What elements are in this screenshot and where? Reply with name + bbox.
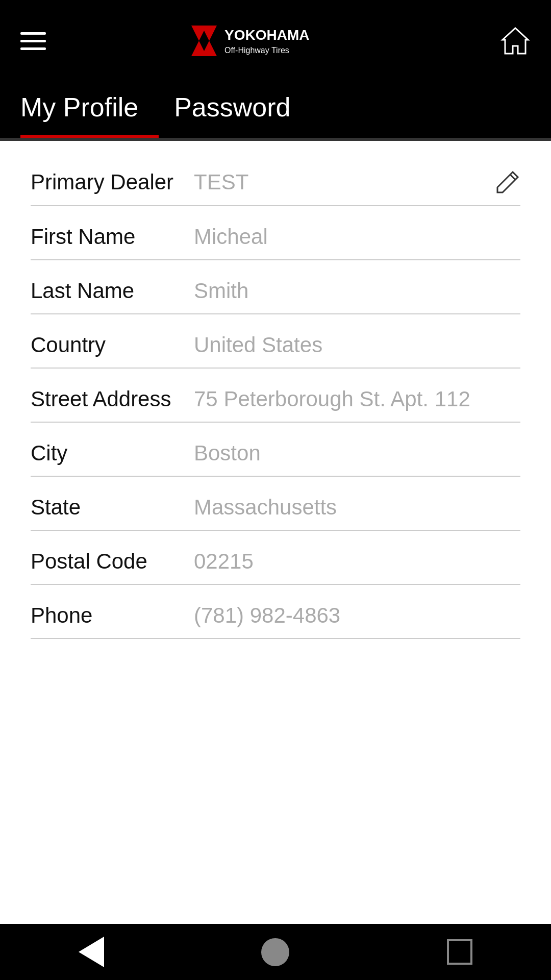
label-country: Country bbox=[31, 333, 194, 357]
value-first-name: Micheal bbox=[194, 225, 520, 249]
bottom-navigation bbox=[0, 924, 551, 980]
field-first-name: First Name Micheal bbox=[31, 206, 520, 260]
back-button[interactable] bbox=[79, 937, 104, 967]
label-phone: Phone bbox=[31, 603, 194, 628]
value-postal-code: 02215 bbox=[194, 549, 520, 574]
value-last-name: Smith bbox=[194, 279, 520, 303]
value-phone: (781) 982-4863 bbox=[194, 603, 520, 628]
label-street-address: Street Address bbox=[31, 387, 194, 411]
label-postal-code: Postal Code bbox=[31, 549, 194, 574]
label-last-name: Last Name bbox=[31, 279, 194, 303]
value-country: United States bbox=[194, 333, 520, 357]
form-container: Primary Dealer TEST First Name Micheal L… bbox=[0, 141, 551, 924]
field-primary-dealer: Primary Dealer TEST bbox=[31, 151, 520, 206]
value-city: Boston bbox=[194, 441, 520, 465]
field-city: City Boston bbox=[31, 423, 520, 477]
field-country: Country United States bbox=[31, 314, 520, 369]
field-phone: Phone (781) 982-4863 bbox=[31, 585, 520, 639]
field-street-address: Street Address 75 Peterborough St. Apt. … bbox=[31, 369, 520, 423]
label-state: State bbox=[31, 495, 194, 520]
home-button[interactable] bbox=[261, 938, 289, 966]
home-icon[interactable] bbox=[500, 26, 531, 56]
value-state: Massachusetts bbox=[194, 495, 520, 520]
field-state: State Massachusetts bbox=[31, 477, 520, 531]
tabs-container: My Profile Password bbox=[0, 82, 551, 138]
field-postal-code: Postal Code 02215 bbox=[31, 531, 520, 585]
value-street-address: 75 Peterborough St. Apt. 112 bbox=[194, 387, 520, 411]
yokohama-logo: YOKOHAMA Off-Highway Tires bbox=[186, 20, 360, 61]
header: YOKOHAMA Off-Highway Tires bbox=[0, 0, 551, 82]
svg-line-5 bbox=[510, 175, 515, 180]
logo-container: YOKOHAMA Off-Highway Tires bbox=[186, 20, 360, 61]
menu-button[interactable] bbox=[20, 32, 46, 50]
svg-text:YOKOHAMA: YOKOHAMA bbox=[224, 27, 309, 43]
tab-my-profile[interactable]: My Profile bbox=[20, 82, 159, 138]
recents-button[interactable] bbox=[447, 939, 472, 965]
svg-marker-4 bbox=[503, 28, 528, 54]
label-primary-dealer: Primary Dealer bbox=[31, 170, 194, 194]
field-last-name: Last Name Smith bbox=[31, 260, 520, 314]
svg-text:Off-Highway Tires: Off-Highway Tires bbox=[224, 46, 289, 55]
svg-marker-1 bbox=[202, 26, 217, 56]
value-primary-dealer: TEST bbox=[194, 170, 495, 194]
edit-icon[interactable] bbox=[495, 169, 520, 195]
tab-password[interactable]: Password bbox=[174, 82, 311, 138]
label-first-name: First Name bbox=[31, 225, 194, 249]
label-city: City bbox=[31, 441, 194, 465]
